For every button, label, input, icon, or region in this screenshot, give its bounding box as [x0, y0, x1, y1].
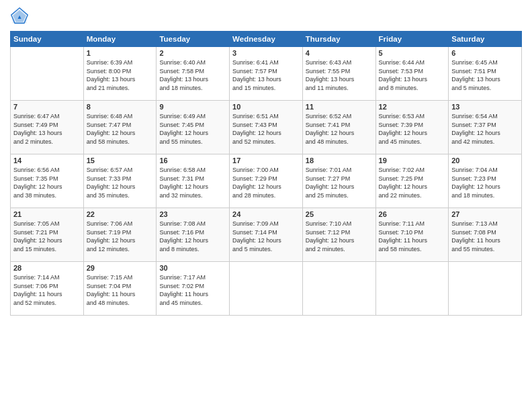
week-row-2: 7Sunrise: 6:47 AM Sunset: 7:49 PM Daylig… [11, 101, 522, 154]
cell-content: Sunrise: 6:54 AM Sunset: 7:37 PM Dayligh… [451, 112, 519, 146]
day-number: 14 [13, 156, 81, 165]
calendar-cell: 20Sunrise: 7:04 AM Sunset: 7:23 PM Dayli… [449, 154, 522, 208]
calendar-cell [11, 47, 84, 101]
day-number: 3 [232, 49, 300, 57]
calendar-cell: 19Sunrise: 7:02 AM Sunset: 7:25 PM Dayli… [375, 154, 449, 208]
cell-content: Sunrise: 7:14 AM Sunset: 7:06 PM Dayligh… [13, 273, 81, 307]
calendar-cell: 18Sunrise: 7:01 AM Sunset: 7:27 PM Dayli… [302, 154, 375, 208]
day-number: 25 [306, 210, 373, 218]
cell-content: Sunrise: 6:56 AM Sunset: 7:35 PM Dayligh… [13, 166, 81, 199]
day-number: 21 [13, 210, 81, 218]
calendar-cell: 27Sunrise: 7:13 AM Sunset: 7:08 PM Dayli… [449, 208, 522, 262]
calendar-cell: 28Sunrise: 7:14 AM Sunset: 7:06 PM Dayli… [11, 262, 84, 316]
week-row-1: 1Sunrise: 6:39 AM Sunset: 8:00 PM Daylig… [11, 47, 522, 101]
calendar-cell [230, 262, 303, 316]
calendar-cell: 17Sunrise: 7:00 AM Sunset: 7:29 PM Dayli… [230, 154, 303, 208]
day-number: 28 [13, 264, 81, 272]
cell-content: Sunrise: 7:01 AM Sunset: 7:27 PM Dayligh… [306, 166, 373, 199]
cell-content: Sunrise: 6:57 AM Sunset: 7:33 PM Dayligh… [87, 166, 154, 199]
calendar-cell: 6Sunrise: 6:45 AM Sunset: 7:51 PM Daylig… [449, 47, 522, 101]
cell-content: Sunrise: 7:02 AM Sunset: 7:25 PM Dayligh… [379, 166, 446, 199]
day-number: 23 [159, 210, 226, 218]
cell-content: Sunrise: 6:47 AM Sunset: 7:49 PM Dayligh… [13, 112, 81, 146]
day-number: 7 [13, 103, 81, 111]
calendar-cell: 30Sunrise: 7:17 AM Sunset: 7:02 PM Dayli… [157, 262, 230, 316]
cell-content: Sunrise: 7:11 AM Sunset: 7:10 PM Dayligh… [379, 220, 446, 253]
day-number: 13 [451, 103, 519, 111]
cell-content: Sunrise: 6:48 AM Sunset: 7:47 PM Dayligh… [87, 112, 154, 146]
logo-icon: ▲ [10, 7, 29, 26]
calendar-cell: 8Sunrise: 6:48 AM Sunset: 7:47 PM Daylig… [83, 101, 157, 154]
day-number: 26 [379, 210, 446, 218]
cell-content: Sunrise: 6:45 AM Sunset: 7:51 PM Dayligh… [451, 58, 519, 92]
day-number: 29 [87, 264, 154, 272]
calendar-table: SundayMondayTuesdayWednesdayThursdayFrid… [10, 31, 522, 316]
week-row-3: 14Sunrise: 6:56 AM Sunset: 7:35 PM Dayli… [11, 154, 522, 208]
col-header-sunday: Sunday [11, 32, 84, 47]
calendar-cell: 1Sunrise: 6:39 AM Sunset: 8:00 PM Daylig… [83, 47, 157, 101]
calendar-cell [302, 262, 375, 316]
col-header-thursday: Thursday [302, 32, 375, 47]
calendar-cell: 4Sunrise: 6:43 AM Sunset: 7:55 PM Daylig… [302, 47, 375, 101]
calendar-cell: 23Sunrise: 7:08 AM Sunset: 7:16 PM Dayli… [157, 208, 230, 262]
cell-content: Sunrise: 6:40 AM Sunset: 7:58 PM Dayligh… [159, 58, 226, 92]
day-number: 30 [159, 264, 226, 272]
day-number: 1 [87, 49, 154, 57]
cell-content: Sunrise: 7:13 AM Sunset: 7:08 PM Dayligh… [451, 220, 519, 253]
calendar-cell [375, 262, 449, 316]
calendar-cell: 12Sunrise: 6:53 AM Sunset: 7:39 PM Dayli… [375, 101, 449, 154]
calendar-cell: 2Sunrise: 6:40 AM Sunset: 7:58 PM Daylig… [157, 47, 230, 101]
cell-content: Sunrise: 7:04 AM Sunset: 7:23 PM Dayligh… [451, 166, 519, 199]
cell-content: Sunrise: 7:00 AM Sunset: 7:29 PM Dayligh… [232, 166, 300, 199]
calendar-cell: 29Sunrise: 7:15 AM Sunset: 7:04 PM Dayli… [83, 262, 157, 316]
cell-content: Sunrise: 7:09 AM Sunset: 7:14 PM Dayligh… [232, 220, 300, 253]
cell-content: Sunrise: 6:58 AM Sunset: 7:31 PM Dayligh… [159, 166, 226, 199]
calendar-cell: 25Sunrise: 7:10 AM Sunset: 7:12 PM Dayli… [302, 208, 375, 262]
calendar-cell [449, 262, 522, 316]
svg-text:▲: ▲ [17, 13, 23, 20]
day-number: 2 [159, 49, 226, 57]
day-number: 22 [87, 210, 154, 218]
day-number: 24 [232, 210, 300, 218]
col-header-saturday: Saturday [449, 32, 522, 47]
day-number: 27 [451, 210, 519, 218]
calendar-cell: 10Sunrise: 6:51 AM Sunset: 7:43 PM Dayli… [230, 101, 303, 154]
day-number: 18 [306, 156, 373, 165]
cell-content: Sunrise: 7:05 AM Sunset: 7:21 PM Dayligh… [13, 220, 81, 253]
calendar-cell: 7Sunrise: 6:47 AM Sunset: 7:49 PM Daylig… [11, 101, 84, 154]
header-row: SundayMondayTuesdayWednesdayThursdayFrid… [11, 32, 522, 47]
calendar-cell: 21Sunrise: 7:05 AM Sunset: 7:21 PM Dayli… [11, 208, 84, 262]
cell-content: Sunrise: 6:49 AM Sunset: 7:45 PM Dayligh… [159, 112, 226, 146]
logo: ▲ [10, 7, 32, 26]
cell-content: Sunrise: 6:52 AM Sunset: 7:41 PM Dayligh… [306, 112, 373, 146]
cell-content: Sunrise: 6:43 AM Sunset: 7:55 PM Dayligh… [306, 58, 373, 92]
cell-content: Sunrise: 6:41 AM Sunset: 7:57 PM Dayligh… [232, 58, 300, 92]
week-row-4: 21Sunrise: 7:05 AM Sunset: 7:21 PM Dayli… [11, 208, 522, 262]
day-number: 5 [379, 49, 446, 57]
cell-content: Sunrise: 7:15 AM Sunset: 7:04 PM Dayligh… [87, 273, 154, 307]
calendar-cell: 3Sunrise: 6:41 AM Sunset: 7:57 PM Daylig… [230, 47, 303, 101]
header: ▲ [10, 7, 522, 26]
cell-content: Sunrise: 6:39 AM Sunset: 8:00 PM Dayligh… [87, 58, 154, 92]
day-number: 10 [232, 103, 300, 111]
cell-content: Sunrise: 7:17 AM Sunset: 7:02 PM Dayligh… [159, 273, 226, 307]
day-number: 6 [451, 49, 519, 57]
col-header-friday: Friday [375, 32, 449, 47]
day-number: 17 [232, 156, 300, 165]
day-number: 9 [159, 103, 226, 111]
day-number: 11 [306, 103, 373, 111]
cell-content: Sunrise: 7:10 AM Sunset: 7:12 PM Dayligh… [306, 220, 373, 253]
cell-content: Sunrise: 7:08 AM Sunset: 7:16 PM Dayligh… [159, 220, 226, 253]
cell-content: Sunrise: 6:53 AM Sunset: 7:39 PM Dayligh… [379, 112, 446, 146]
calendar-cell: 5Sunrise: 6:44 AM Sunset: 7:53 PM Daylig… [375, 47, 449, 101]
day-number: 4 [306, 49, 373, 57]
calendar-cell: 11Sunrise: 6:52 AM Sunset: 7:41 PM Dayli… [302, 101, 375, 154]
day-number: 16 [159, 156, 226, 165]
page: ▲ SundayMondayTuesdayWednesdayThursdayFr… [0, 0, 532, 411]
col-header-tuesday: Tuesday [157, 32, 230, 47]
calendar-cell: 16Sunrise: 6:58 AM Sunset: 7:31 PM Dayli… [157, 154, 230, 208]
calendar-cell: 13Sunrise: 6:54 AM Sunset: 7:37 PM Dayli… [449, 101, 522, 154]
col-header-wednesday: Wednesday [230, 32, 303, 47]
day-number: 15 [87, 156, 154, 165]
calendar-cell: 26Sunrise: 7:11 AM Sunset: 7:10 PM Dayli… [375, 208, 449, 262]
